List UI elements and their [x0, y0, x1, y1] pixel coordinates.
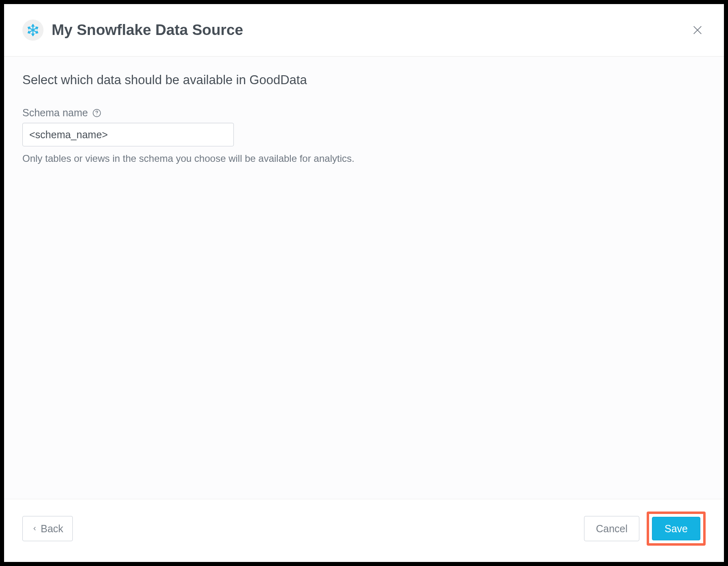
modal-header: My Snowflake Data Source: [4, 4, 724, 57]
modal-container: My Snowflake Data Source Select which da…: [4, 4, 724, 562]
close-icon: [692, 24, 703, 36]
close-button[interactable]: [689, 22, 706, 38]
cancel-button-label: Cancel: [596, 523, 628, 535]
cancel-button[interactable]: Cancel: [584, 516, 639, 541]
schema-name-hint: Only tables or views in the schema you c…: [22, 153, 706, 164]
modal-footer: Back Cancel Save: [4, 499, 724, 562]
modal-title: My Snowflake Data Source: [52, 22, 243, 39]
svg-line-14: [37, 31, 38, 33]
modal-body: Select which data should be available in…: [4, 57, 724, 499]
save-button-label: Save: [665, 523, 688, 535]
snowflake-icon: [22, 20, 44, 41]
schema-name-label: Schema name: [22, 107, 88, 119]
back-button[interactable]: Back: [22, 516, 73, 541]
help-icon[interactable]: [92, 108, 102, 118]
back-button-label: Back: [41, 523, 63, 535]
section-heading: Select which data should be available in…: [22, 73, 706, 87]
svg-line-8: [37, 27, 38, 29]
svg-point-18: [96, 114, 97, 115]
svg-line-10: [28, 31, 29, 33]
field-label-row: Schema name: [22, 107, 706, 119]
svg-line-12: [28, 27, 29, 29]
save-button-highlight: Save: [647, 512, 706, 546]
schema-name-input[interactable]: [22, 123, 234, 146]
schema-name-field-group: Schema name Only tables or views in the …: [22, 107, 706, 164]
chevron-left-icon: [32, 525, 37, 533]
save-button[interactable]: Save: [652, 517, 700, 540]
